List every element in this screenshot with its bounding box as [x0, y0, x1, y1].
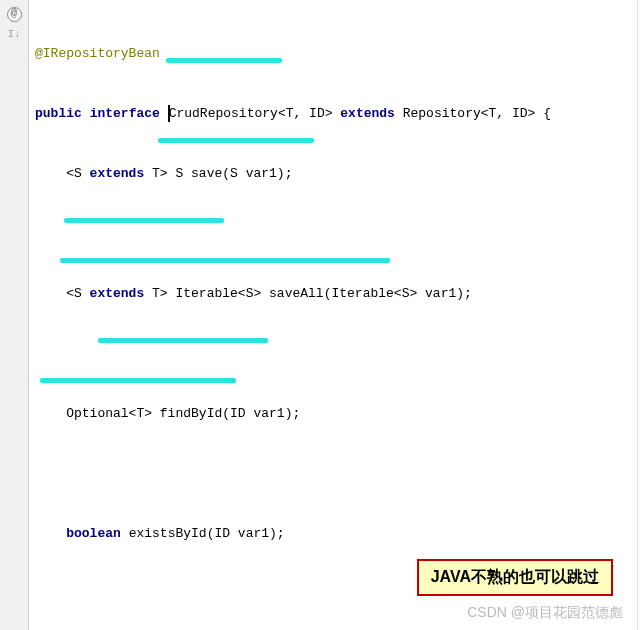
highlight-underline	[60, 258, 390, 263]
highlight-underline	[166, 58, 282, 63]
right-margin-line	[637, 0, 638, 630]
code-line: boolean existsById(ID var1);	[35, 524, 551, 544]
code-blank-line	[35, 464, 551, 484]
code-editor: @IRepositoryBean public interface CrudRe…	[29, 0, 551, 630]
highlight-underline	[98, 338, 268, 343]
watermark-text: CSDN @项目花园范德彪	[467, 604, 623, 622]
highlight-underline	[158, 138, 314, 143]
annotation-callout: JAVA不熟的也可以跳过	[417, 559, 613, 596]
gutter-impl-icon: I↓	[0, 24, 28, 44]
highlight-underline	[40, 378, 236, 383]
code-line: @IRepositoryBean	[35, 44, 551, 64]
gutter-annotation-icon: @	[0, 4, 28, 24]
code-line: <S extends T> Iterable<S> saveAll(Iterab…	[35, 284, 551, 304]
code-blank-line	[35, 224, 551, 244]
code-line: public interface CrudRepository<T, ID> e…	[35, 104, 551, 124]
code-line: <S extends T> S save(S var1);	[35, 164, 551, 184]
highlight-underline	[64, 218, 224, 223]
editor-gutter: @ I↓	[0, 0, 29, 630]
code-blank-line	[35, 344, 551, 364]
code-line: Optional<T> findById(ID var1);	[35, 404, 551, 424]
